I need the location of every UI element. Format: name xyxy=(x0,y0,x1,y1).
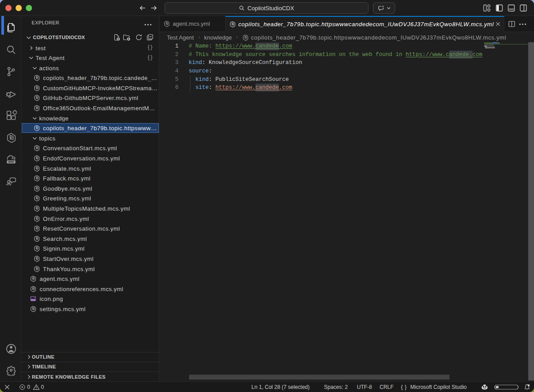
svg-text:M365: M365 xyxy=(8,160,14,163)
